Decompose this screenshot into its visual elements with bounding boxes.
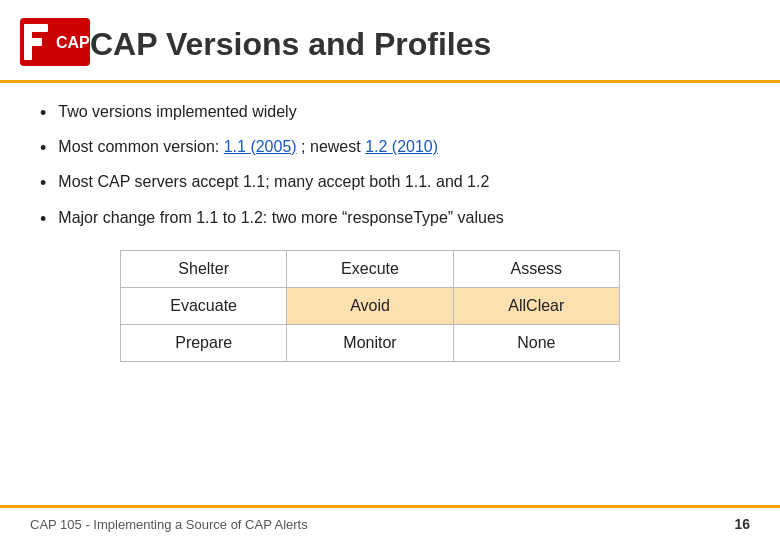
footer-label: CAP 105 - Implementing a Source of CAP A… <box>30 517 308 532</box>
content-area: • Two versions implemented widely • Most… <box>0 83 780 362</box>
bullet-text-3: Most CAP servers accept 1.1; many accept… <box>58 171 489 193</box>
table-cell: Execute <box>287 250 453 287</box>
footer-page-number: 16 <box>734 516 750 532</box>
bullet-text-4: Major change from 1.1 to 1.2: two more “… <box>58 207 504 229</box>
bullet-dot-1: • <box>40 101 46 126</box>
footer: CAP 105 - Implementing a Source of CAP A… <box>0 505 780 540</box>
table-row: Prepare Monitor None <box>121 324 620 361</box>
response-table: Shelter Execute Assess Evacuate Avoid Al… <box>120 250 620 362</box>
bullet-dot-2: • <box>40 136 46 161</box>
list-item: • Most common version: 1.1 (2005) ; newe… <box>40 136 740 161</box>
table-row: Evacuate Avoid AllClear <box>121 287 620 324</box>
list-item: • Major change from 1.1 to 1.2: two more… <box>40 207 740 232</box>
table-cell: Shelter <box>121 250 287 287</box>
bullet-dot-3: • <box>40 171 46 196</box>
svg-text:CAP: CAP <box>56 34 90 51</box>
table-cell: Evacuate <box>121 287 287 324</box>
logo: CAP <box>20 18 90 70</box>
bullet-dot-4: • <box>40 207 46 232</box>
list-item: • Two versions implemented widely <box>40 101 740 126</box>
table-cell: Assess <box>453 250 619 287</box>
bullet-text-1: Two versions implemented widely <box>58 101 296 123</box>
table-cell: None <box>453 324 619 361</box>
table-row: Shelter Execute Assess <box>121 250 620 287</box>
list-item: • Most CAP servers accept 1.1; many acce… <box>40 171 740 196</box>
table-cell-highlight: AllClear <box>453 287 619 324</box>
svg-rect-2 <box>24 24 48 32</box>
bullet-text-2-mid: ; newest <box>297 138 365 155</box>
svg-rect-3 <box>24 38 42 46</box>
bullet-text-2-before: Most common version: <box>58 138 223 155</box>
table-cell-highlight: Avoid <box>287 287 453 324</box>
header: CAP CAP Versions and Profiles <box>0 0 780 83</box>
bullet-text-2: Most common version: 1.1 (2005) ; newest… <box>58 136 438 158</box>
link-1-2[interactable]: 1.2 (2010) <box>365 138 438 155</box>
table-cell: Prepare <box>121 324 287 361</box>
table-cell: Monitor <box>287 324 453 361</box>
bullet-list: • Two versions implemented widely • Most… <box>40 101 740 232</box>
page-title: CAP Versions and Profiles <box>90 26 491 63</box>
link-1-1[interactable]: 1.1 (2005) <box>224 138 297 155</box>
